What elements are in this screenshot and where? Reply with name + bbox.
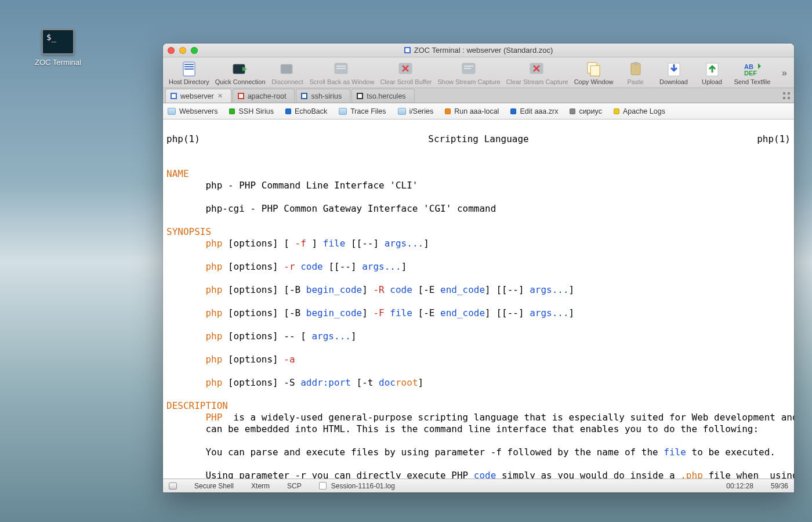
toolbar-copy-window[interactable]: Copy Window [572,61,616,85]
quick-connection-icon [230,61,251,77]
svg-rect-9 [336,68,346,69]
tab-icon [301,93,307,99]
toolbar-host-directory[interactable]: Host Directory [166,61,212,85]
app-window: ZOC Terminal : webserver (Standard.zoc) … [163,44,794,492]
clear-stream-capture-icon [527,61,548,77]
send-textfile-icon: ABDEF [742,61,763,77]
folder-icon [168,108,176,115]
toolbar-clear-scroll-buffer: Clear Scroll Buffer [378,61,434,85]
quick-edit-aaa-zrx[interactable]: Edit aaa.zrx [510,107,558,115]
toolbar-paste: Paste [617,61,654,85]
toolbar-label: Scroll Back as Window [310,78,375,85]
bullet-icon [445,108,451,114]
toolbar-label: Quick Connection [215,78,266,85]
tab-grid-icon[interactable] [782,92,791,100]
quick--[interactable]: сириус [570,107,602,115]
svg-rect-3 [184,68,194,70]
tab-strip: webserver✕apache-rootssh-siriustso.hercu… [163,88,794,103]
clear-scroll-buffer-icon [396,61,416,77]
svg-rect-1 [184,64,194,65]
toolbar-overflow[interactable]: » [782,68,791,78]
close-button[interactable] [168,47,175,54]
quick-webservers[interactable]: Webservers [168,107,217,115]
toolbar-download[interactable]: Download [655,61,693,85]
desktop-icon-zoc[interactable]: ZOC Terminal [32,29,84,67]
copy-window-icon [583,61,604,77]
man-name-line2: php-cgi - PHP Common Gateway Interface '… [205,203,496,214]
quick-apache-logs[interactable]: Apache Logs [614,107,665,115]
svg-marker-23 [758,63,761,69]
quick-run-aaa-local[interactable]: Run aaa-local [445,107,499,115]
app-title-icon [404,47,411,53]
window-title: ZOC Terminal : webserver (Standard.zoc) [414,46,553,55]
toolbar-label: Host Directory [169,78,209,85]
section-name: NAME [166,168,189,179]
status-term-type[interactable]: Xterm [251,482,270,490]
bullet-icon [570,108,575,114]
toolbar-show-stream-capture: Show Stream Capture [435,61,502,85]
status-time: 00:12:28 [726,482,753,490]
toolbar: Host DirectoryQuick ConnectionDisconnect… [163,57,794,88]
tab-label: apache-root [248,92,287,100]
status-log-file[interactable]: Session-1116-01.log [331,482,395,490]
svg-rect-26 [783,97,785,99]
toolbar-clear-stream-capture: Clear Stream Capture [504,61,571,85]
quick-label: EchoBack [295,107,327,115]
toolbar-scrollback-window: Scroll Back as Window [307,61,377,85]
status-protocol[interactable]: SCP [287,482,302,490]
download-icon [664,61,684,77]
svg-rect-12 [464,66,473,67]
tab-apache-root[interactable]: apache-root [233,89,295,103]
quick-label: i/Series [409,107,434,115]
quick-label: Webservers [179,107,217,115]
paste-icon [625,61,646,77]
quick-ssh-sirius[interactable]: SSH Sirius [229,107,273,115]
log-checkbox[interactable] [319,482,327,490]
tab-close-icon[interactable]: ✕ [217,92,223,100]
quick-label: Trace Files [350,107,386,115]
svg-rect-2 [184,66,194,67]
toolbar-label: Clear Stream Capture [506,78,568,85]
upload-icon [702,61,723,77]
svg-rect-8 [336,66,346,67]
man-header-center: Scripting Language [200,133,757,145]
man-name-line1: php - PHP Command Line Interface 'CLI' [205,180,418,191]
zoom-button[interactable] [191,47,198,54]
section-description: DESCRIPTION [166,400,228,411]
man-header-left: php(1) [166,133,200,145]
toolbar-upload[interactable]: Upload [694,61,731,85]
disconnect-icon [277,61,298,77]
tab-ssh-sirius[interactable]: ssh-sirius [296,89,350,103]
terminal-view[interactable]: php(1)Scripting Languagephp(1) NAME php … [163,119,794,478]
toolbar-send-textfile[interactable]: ABDEFSend Textfile [732,61,773,85]
tab-label: tso.hercules [367,92,405,100]
svg-rect-18 [633,62,638,65]
tab-webserver[interactable]: webserver✕ [165,89,231,103]
quick-echoback[interactable]: EchoBack [285,107,327,115]
titlebar[interactable]: ZOC Terminal : webserver (Standard.zoc) [163,44,794,57]
quick-label: Run aaa-local [454,107,499,115]
status-pos: 59/36 [771,482,788,490]
tab-icon [171,93,177,99]
quick-trace-files[interactable]: Trace Files [339,107,386,115]
tab-tso-hercules[interactable]: tso.hercules [351,89,414,103]
svg-rect-6 [281,64,292,74]
bullet-icon [510,108,516,114]
toolbar-label: Clear Scroll Buffer [380,78,432,85]
toolbar-label: Show Stream Capture [437,78,500,85]
connection-status-icon [169,483,177,490]
quick-i-series[interactable]: i/Series [398,107,434,115]
toolbar-label: Disconnect [271,78,303,85]
terminal-icon [42,29,74,55]
toolbar-quick-connection[interactable]: Quick Connection [213,61,268,85]
bullet-icon [285,108,291,114]
toolbar-label: Upload [702,78,722,85]
section-synopsis: SYNOPSIS [166,226,211,237]
desktop-icon-label: ZOC Terminal [32,58,84,67]
toolbar-label: Download [659,78,688,85]
status-connection[interactable]: Secure Shell [194,482,234,490]
minimize-button[interactable] [179,47,186,54]
toolbar-disconnect: Disconnect [269,61,306,85]
quick-label: Apache Logs [623,107,665,115]
toolbar-label: Send Textfile [734,78,771,85]
